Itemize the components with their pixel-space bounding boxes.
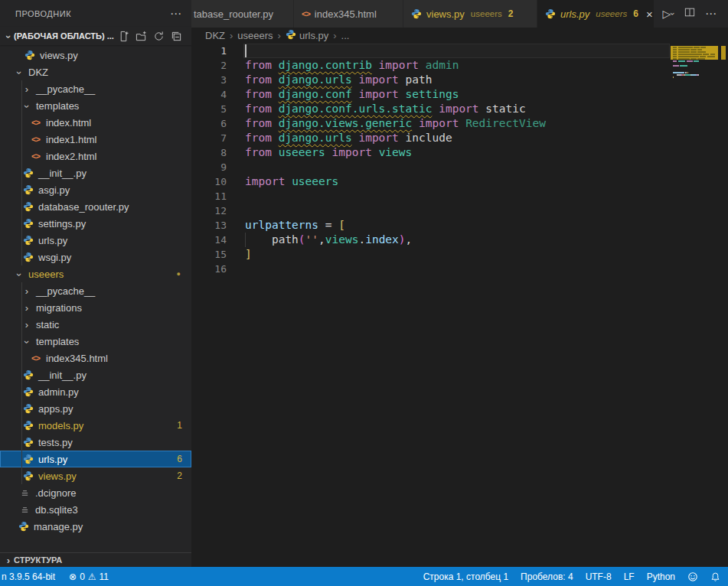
code-line[interactable]: 1: [191, 44, 728, 58]
tree-item-wsgi.py[interactable]: wsgi.py: [0, 249, 191, 265]
tree-item-templates[interactable]: ›templates: [0, 97, 191, 114]
minimap[interactable]: [671, 44, 718, 567]
problems-status[interactable]: ⊗ 0 ⚠ 11: [69, 571, 109, 582]
breadcrumb-item-useeers[interactable]: useeers: [237, 30, 273, 41]
code-line[interactable]: 14 path('',views.index),: [191, 233, 728, 247]
tab-index345.html[interactable]: <>index345.html: [294, 0, 403, 28]
tree-item-migrations[interactable]: ›migrations: [0, 299, 191, 316]
tree-item-db.sqlite3[interactable]: db.sqlite3: [0, 501, 191, 518]
indentation-status[interactable]: Пробелов: 4: [521, 571, 573, 582]
code-line[interactable]: 9: [191, 160, 728, 174]
tree-item-__init__.py[interactable]: __init__.py: [0, 366, 191, 383]
tab-tabase_roouter.py[interactable]: tabase_roouter.py: [191, 0, 294, 28]
file-icon: [18, 488, 31, 498]
overview-ruler-warning-mark: [721, 57, 726, 60]
workspace-section-header[interactable]: › (РАБОЧАЯ ОБЛАСТЬ) ...: [0, 27, 191, 45]
tree-item-__pycache__[interactable]: ›__pycache__: [0, 80, 191, 97]
code-line[interactable]: 4from django.conf import settings: [191, 87, 728, 102]
new-file-icon[interactable]: [118, 31, 129, 42]
code-lines: 12from django.contrib import admin3from …: [191, 44, 728, 276]
tree-item-label: __init__.py: [34, 370, 87, 381]
tree-item-label: DKZ: [24, 67, 48, 78]
split-editor-icon[interactable]: [684, 7, 695, 21]
breadcrumb-item-urls.py[interactable]: urls.py: [286, 29, 328, 42]
code-line[interactable]: 16: [191, 262, 728, 276]
chevron-right-icon: ›: [21, 319, 32, 330]
outline-section-header[interactable]: › СТРУКТУРА: [0, 552, 191, 567]
python-file-icon: [21, 168, 34, 178]
minimap-text-mark: [691, 74, 697, 76]
tree-item-urls.py[interactable]: urls.py: [0, 232, 191, 249]
tree-item-apps.py[interactable]: apps.py: [0, 400, 191, 417]
code-line[interactable]: 7from django.urls import include: [191, 131, 728, 145]
tree-item-database_roouter.py[interactable]: database_roouter.py: [0, 198, 191, 215]
vscode-window: ПРОВОДНИК ⋯ › (РАБОЧАЯ ОБЛАСТЬ) ... view…: [0, 0, 728, 586]
tree-item-static[interactable]: ›static: [0, 316, 191, 333]
code-line[interactable]: 3from django.urls import path: [191, 73, 728, 87]
tree-item-__pycache__[interactable]: ›__pycache__: [0, 282, 191, 299]
tree-item-DKZ[interactable]: ›DKZ: [0, 63, 191, 80]
tree-item-views.py[interactable]: views.py2: [0, 467, 191, 484]
tree-item-useeers[interactable]: ›useeers●: [0, 265, 191, 282]
minimap-text-mark: [690, 58, 697, 60]
line-number: 7: [191, 131, 227, 145]
cursor-position-status[interactable]: Строка 1, столбец 1: [423, 571, 508, 582]
code-line[interactable]: 12: [191, 203, 728, 218]
breadcrumb-item-...[interactable]: ...: [341, 30, 350, 41]
code-line[interactable]: 15]: [191, 247, 728, 262]
line-number: 1: [191, 44, 227, 58]
feedback-icon[interactable]: [687, 571, 698, 582]
tab-description: useeers: [596, 9, 627, 18]
code-line[interactable]: 10import useeers: [191, 174, 728, 189]
tree-item-settings.py[interactable]: settings.py: [0, 215, 191, 232]
tab-views.py[interactable]: views.pyuseeers2: [403, 0, 537, 28]
tree-item-index1.html[interactable]: <>index1.html: [0, 131, 191, 148]
python-file-icon: [21, 201, 34, 212]
tree-item-models.py[interactable]: models.py1: [0, 417, 191, 434]
tree-item-templates[interactable]: ›templates: [0, 333, 191, 350]
eol-status[interactable]: LF: [624, 571, 635, 582]
more-actions-icon[interactable]: ⋯: [170, 7, 182, 21]
tree-item-label: admin.py: [34, 386, 79, 398]
problems-badge: 1: [177, 420, 182, 431]
file-icon: [18, 505, 31, 515]
language-mode-status[interactable]: Python: [647, 571, 675, 582]
tree-item-.dcignore[interactable]: .dcignore: [0, 484, 191, 501]
new-folder-icon[interactable]: [135, 31, 147, 42]
tree-item-__init__.py[interactable]: __init__.py: [0, 164, 191, 181]
chevron-right-icon: ›: [21, 83, 32, 95]
code-line[interactable]: 2from django.contrib import admin: [191, 58, 728, 73]
close-icon[interactable]: ×: [646, 8, 653, 20]
code-line[interactable]: 13urlpatterns = [: [191, 218, 728, 233]
code-line[interactable]: 11: [191, 189, 728, 203]
indent-guide: [21, 131, 22, 148]
run-button[interactable]: ▷›: [663, 8, 674, 20]
tree-item-tests.py[interactable]: tests.py: [0, 434, 191, 451]
code-editor[interactable]: 12from django.contrib import admin3from …: [191, 44, 728, 567]
code-line[interactable]: 6from django.views.generic import Redire…: [191, 116, 728, 131]
tree-item-urls.py[interactable]: urls.py6: [0, 451, 191, 467]
code-line[interactable]: 5from django.conf.urls.static import sta…: [191, 102, 728, 116]
tree-item-label: urls.py: [34, 454, 67, 465]
tree-item-manage.py[interactable]: manage.py: [0, 518, 191, 535]
chevron-down-icon: ›: [14, 67, 25, 78]
tree-item-asgi.py[interactable]: asgi.py: [0, 181, 191, 198]
tree-item-index2.html[interactable]: <>index2.html: [0, 148, 191, 164]
more-actions-icon[interactable]: ⋯: [705, 7, 717, 21]
encoding-status[interactable]: UTF-8: [586, 571, 612, 582]
tree-item-views.py[interactable]: views.py: [0, 47, 191, 63]
refresh-icon[interactable]: [153, 31, 165, 42]
collapse-all-icon[interactable]: [171, 31, 182, 42]
tree-item-admin.py[interactable]: admin.py: [0, 383, 191, 400]
minimap-text-mark: [687, 60, 693, 62]
code-line[interactable]: 8from useeers import views: [191, 145, 728, 160]
tree-item-index345.html[interactable]: <>index345.html: [0, 350, 191, 366]
bell-icon[interactable]: [710, 571, 720, 582]
python-interpreter-status[interactable]: n 3.9.5 64-bit: [2, 571, 55, 582]
tree-item-label: views.py: [34, 470, 77, 482]
line-number: 5: [191, 102, 227, 116]
tree-item-index.html[interactable]: <>index.html: [0, 114, 191, 131]
indent-guide: [21, 434, 22, 451]
tab-urls.py[interactable]: urls.pyuseeers6×: [537, 0, 655, 28]
breadcrumb-item-DKZ[interactable]: DKZ: [205, 30, 225, 41]
